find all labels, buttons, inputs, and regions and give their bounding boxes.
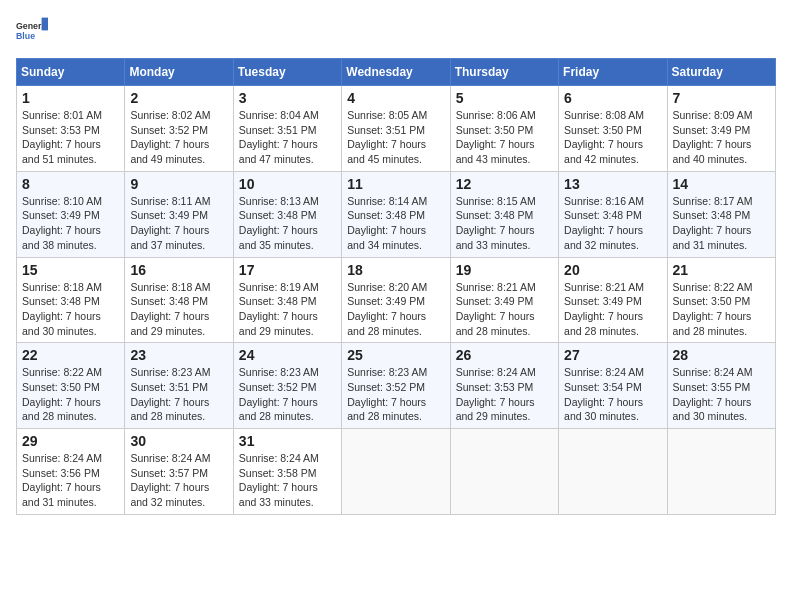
calendar-cell: 29 Sunrise: 8:24 AM Sunset: 3:56 PM Dayl… <box>17 429 125 515</box>
cell-daylight: Daylight: 7 hours and 28 minutes. <box>673 310 752 337</box>
cell-sunrise: Sunrise: 8:19 AM <box>239 281 319 293</box>
cell-sunrise: Sunrise: 8:13 AM <box>239 195 319 207</box>
cell-daylight: Daylight: 7 hours and 32 minutes. <box>564 224 643 251</box>
cell-sunrise: Sunrise: 8:18 AM <box>130 281 210 293</box>
cell-daylight: Daylight: 7 hours and 47 minutes. <box>239 138 318 165</box>
cell-daylight: Daylight: 7 hours and 33 minutes. <box>239 481 318 508</box>
day-number: 11 <box>347 176 444 192</box>
calendar-cell: 23 Sunrise: 8:23 AM Sunset: 3:51 PM Dayl… <box>125 343 233 429</box>
col-header-monday: Monday <box>125 59 233 86</box>
cell-sunset: Sunset: 3:52 PM <box>239 381 317 393</box>
cell-daylight: Daylight: 7 hours and 28 minutes. <box>239 396 318 423</box>
cell-sunset: Sunset: 3:58 PM <box>239 467 317 479</box>
day-number: 22 <box>22 347 119 363</box>
cell-sunrise: Sunrise: 8:24 AM <box>564 366 644 378</box>
calendar-week-row: 29 Sunrise: 8:24 AM Sunset: 3:56 PM Dayl… <box>17 429 776 515</box>
day-number: 9 <box>130 176 227 192</box>
calendar-cell: 20 Sunrise: 8:21 AM Sunset: 3:49 PM Dayl… <box>559 257 667 343</box>
cell-sunset: Sunset: 3:48 PM <box>239 295 317 307</box>
cell-sunset: Sunset: 3:55 PM <box>673 381 751 393</box>
cell-daylight: Daylight: 7 hours and 33 minutes. <box>456 224 535 251</box>
day-number: 4 <box>347 90 444 106</box>
cell-sunrise: Sunrise: 8:06 AM <box>456 109 536 121</box>
cell-daylight: Daylight: 7 hours and 29 minutes. <box>130 310 209 337</box>
calendar-cell: 3 Sunrise: 8:04 AM Sunset: 3:51 PM Dayli… <box>233 86 341 172</box>
cell-daylight: Daylight: 7 hours and 32 minutes. <box>130 481 209 508</box>
cell-daylight: Daylight: 7 hours and 45 minutes. <box>347 138 426 165</box>
day-number: 27 <box>564 347 661 363</box>
day-number: 10 <box>239 176 336 192</box>
calendar-cell: 27 Sunrise: 8:24 AM Sunset: 3:54 PM Dayl… <box>559 343 667 429</box>
cell-sunrise: Sunrise: 8:23 AM <box>239 366 319 378</box>
cell-sunset: Sunset: 3:48 PM <box>239 209 317 221</box>
day-number: 30 <box>130 433 227 449</box>
day-number: 24 <box>239 347 336 363</box>
calendar-cell: 21 Sunrise: 8:22 AM Sunset: 3:50 PM Dayl… <box>667 257 775 343</box>
svg-text:Blue: Blue <box>16 31 35 41</box>
calendar-cell: 17 Sunrise: 8:19 AM Sunset: 3:48 PM Dayl… <box>233 257 341 343</box>
calendar-cell: 7 Sunrise: 8:09 AM Sunset: 3:49 PM Dayli… <box>667 86 775 172</box>
cell-sunset: Sunset: 3:49 PM <box>130 209 208 221</box>
cell-sunrise: Sunrise: 8:08 AM <box>564 109 644 121</box>
cell-daylight: Daylight: 7 hours and 28 minutes. <box>564 310 643 337</box>
calendar-cell: 5 Sunrise: 8:06 AM Sunset: 3:50 PM Dayli… <box>450 86 558 172</box>
calendar-cell: 6 Sunrise: 8:08 AM Sunset: 3:50 PM Dayli… <box>559 86 667 172</box>
cell-daylight: Daylight: 7 hours and 38 minutes. <box>22 224 101 251</box>
day-number: 3 <box>239 90 336 106</box>
cell-sunset: Sunset: 3:48 PM <box>22 295 100 307</box>
logo-icon: General Blue <box>16 16 48 48</box>
day-number: 28 <box>673 347 770 363</box>
calendar-cell <box>667 429 775 515</box>
cell-sunset: Sunset: 3:48 PM <box>456 209 534 221</box>
calendar-cell: 16 Sunrise: 8:18 AM Sunset: 3:48 PM Dayl… <box>125 257 233 343</box>
cell-sunrise: Sunrise: 8:21 AM <box>456 281 536 293</box>
day-number: 18 <box>347 262 444 278</box>
col-header-thursday: Thursday <box>450 59 558 86</box>
cell-daylight: Daylight: 7 hours and 29 minutes. <box>239 310 318 337</box>
cell-sunrise: Sunrise: 8:21 AM <box>564 281 644 293</box>
cell-daylight: Daylight: 7 hours and 51 minutes. <box>22 138 101 165</box>
calendar-cell: 2 Sunrise: 8:02 AM Sunset: 3:52 PM Dayli… <box>125 86 233 172</box>
cell-sunrise: Sunrise: 8:24 AM <box>22 452 102 464</box>
day-number: 2 <box>130 90 227 106</box>
calendar-cell: 10 Sunrise: 8:13 AM Sunset: 3:48 PM Dayl… <box>233 171 341 257</box>
calendar-cell: 31 Sunrise: 8:24 AM Sunset: 3:58 PM Dayl… <box>233 429 341 515</box>
col-header-sunday: Sunday <box>17 59 125 86</box>
cell-sunrise: Sunrise: 8:05 AM <box>347 109 427 121</box>
cell-sunset: Sunset: 3:57 PM <box>130 467 208 479</box>
calendar-cell: 8 Sunrise: 8:10 AM Sunset: 3:49 PM Dayli… <box>17 171 125 257</box>
cell-sunrise: Sunrise: 8:23 AM <box>347 366 427 378</box>
cell-sunset: Sunset: 3:49 PM <box>456 295 534 307</box>
cell-sunset: Sunset: 3:52 PM <box>130 124 208 136</box>
calendar-cell: 22 Sunrise: 8:22 AM Sunset: 3:50 PM Dayl… <box>17 343 125 429</box>
cell-daylight: Daylight: 7 hours and 30 minutes. <box>22 310 101 337</box>
cell-sunrise: Sunrise: 8:10 AM <box>22 195 102 207</box>
cell-sunrise: Sunrise: 8:09 AM <box>673 109 753 121</box>
logo: General Blue <box>16 16 24 48</box>
cell-sunset: Sunset: 3:49 PM <box>564 295 642 307</box>
calendar-cell: 15 Sunrise: 8:18 AM Sunset: 3:48 PM Dayl… <box>17 257 125 343</box>
day-number: 31 <box>239 433 336 449</box>
calendar-cell: 11 Sunrise: 8:14 AM Sunset: 3:48 PM Dayl… <box>342 171 450 257</box>
cell-daylight: Daylight: 7 hours and 28 minutes. <box>22 396 101 423</box>
cell-daylight: Daylight: 7 hours and 28 minutes. <box>456 310 535 337</box>
day-number: 20 <box>564 262 661 278</box>
day-number: 23 <box>130 347 227 363</box>
calendar-week-row: 1 Sunrise: 8:01 AM Sunset: 3:53 PM Dayli… <box>17 86 776 172</box>
cell-sunset: Sunset: 3:49 PM <box>22 209 100 221</box>
cell-sunrise: Sunrise: 8:22 AM <box>673 281 753 293</box>
cell-sunrise: Sunrise: 8:24 AM <box>456 366 536 378</box>
cell-sunset: Sunset: 3:54 PM <box>564 381 642 393</box>
day-number: 15 <box>22 262 119 278</box>
day-number: 21 <box>673 262 770 278</box>
day-number: 29 <box>22 433 119 449</box>
calendar-table: SundayMondayTuesdayWednesdayThursdayFrid… <box>16 58 776 515</box>
calendar-week-row: 8 Sunrise: 8:10 AM Sunset: 3:49 PM Dayli… <box>17 171 776 257</box>
day-number: 1 <box>22 90 119 106</box>
cell-daylight: Daylight: 7 hours and 37 minutes. <box>130 224 209 251</box>
day-number: 5 <box>456 90 553 106</box>
cell-sunset: Sunset: 3:48 PM <box>564 209 642 221</box>
day-number: 17 <box>239 262 336 278</box>
calendar-cell: 4 Sunrise: 8:05 AM Sunset: 3:51 PM Dayli… <box>342 86 450 172</box>
cell-sunset: Sunset: 3:49 PM <box>347 295 425 307</box>
